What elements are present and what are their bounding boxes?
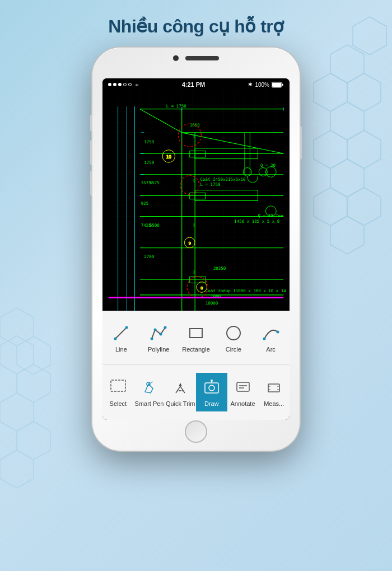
- signal-dots: [108, 83, 132, 86]
- annotate-label: Annotate: [231, 400, 255, 407]
- svg-text:10000: 10000: [206, 301, 218, 306]
- arc-tool[interactable]: Arc: [252, 323, 290, 353]
- status-left: ≈: [108, 82, 139, 88]
- smart-pen-label: Smart Pen: [135, 400, 164, 407]
- svg-marker-5: [314, 130, 347, 169]
- status-right: ✱ 100%: [248, 82, 284, 88]
- mute-button: [90, 115, 92, 132]
- circle-tool[interactable]: Circle: [214, 323, 252, 353]
- svg-marker-2: [314, 73, 347, 111]
- rectangle-icon: [186, 323, 206, 343]
- quick-trim-label: Quick Trim: [166, 400, 195, 407]
- svg-text:3575: 3575: [150, 180, 160, 185]
- select-icon: [108, 377, 128, 397]
- svg-marker-8: [314, 188, 347, 226]
- home-button[interactable]: [185, 420, 207, 443]
- svg-text:2700: 2700: [144, 254, 154, 259]
- svg-point-132: [164, 326, 167, 329]
- svg-marker-3: [330, 102, 364, 140]
- phone-mockup: ≈ 4:21 PM ✱ 100%: [92, 48, 300, 451]
- svg-marker-13: [0, 364, 17, 402]
- wifi-icon: ≈: [136, 82, 139, 88]
- svg-marker-12: [17, 364, 50, 402]
- signal-dot-3: [118, 83, 122, 86]
- svg-marker-7: [347, 188, 381, 226]
- select-tool[interactable]: Select: [102, 373, 134, 411]
- phone-shell: ≈ 4:21 PM ✱ 100%: [92, 48, 300, 451]
- svg-rect-145: [237, 382, 249, 391]
- svg-text:I: I: [193, 133, 194, 139]
- svg-line-126: [115, 327, 127, 339]
- circle-label: Circle: [226, 346, 241, 353]
- smart-pen-tool[interactable]: Smart Pen: [134, 373, 165, 411]
- select-label: Select: [110, 400, 127, 407]
- signal-dot-5: [128, 83, 132, 86]
- svg-marker-17: [0, 450, 34, 488]
- main-toolbar: Select Smart Pen: [102, 364, 290, 420]
- measure-tool[interactable]: Meas...: [258, 373, 290, 411]
- quick-trim-icon: [170, 377, 190, 397]
- draw-toolbar: Line Polyline: [102, 311, 290, 364]
- svg-marker-1: [347, 73, 381, 111]
- svg-text:Coắt thếup I1000 x 300 x 10 x : Coắt thếup I1000 x 300 x 10 x 14: [206, 288, 286, 293]
- svg-text:I450 x 185 x 5 x 8: I450 x 185 x 5 x 8: [234, 219, 279, 224]
- battery-icon: [272, 82, 284, 88]
- arc-label: Arc: [266, 346, 276, 353]
- svg-rect-21: [282, 83, 283, 86]
- svg-point-136: [276, 330, 279, 333]
- svg-marker-14: [0, 393, 34, 431]
- svg-rect-22: [272, 83, 281, 87]
- svg-text:L = 1750: L = 1750: [166, 104, 186, 109]
- measure-icon: [264, 377, 284, 397]
- svg-text:Q = 30 Ton: Q = 30 Ton: [258, 213, 283, 218]
- svg-text:8: 8: [200, 286, 203, 291]
- svg-rect-133: [190, 329, 202, 338]
- quick-trim-tool[interactable]: Quick Trim: [165, 373, 196, 411]
- svg-text:Q = 30: Q = 30: [260, 163, 276, 168]
- signal-dot-1: [108, 83, 111, 86]
- svg-text:20350: 20350: [213, 266, 226, 271]
- polyline-tool[interactable]: Polyline: [140, 323, 178, 353]
- line-tool[interactable]: Line: [102, 323, 140, 353]
- svg-marker-15: [17, 422, 50, 460]
- annotate-tool[interactable]: Annotate: [227, 373, 259, 411]
- svg-marker-16: [0, 422, 17, 460]
- svg-point-130: [154, 328, 157, 331]
- svg-text:9: 9: [189, 241, 191, 246]
- svg-marker-140: [179, 383, 182, 386]
- smart-pen-icon: [139, 377, 160, 397]
- svg-point-144: [211, 380, 213, 382]
- svg-text:6500: 6500: [150, 223, 160, 228]
- svg-marker-11: [0, 336, 34, 374]
- svg-marker-4: [347, 130, 381, 169]
- svg-text:Coắt I450x215x6x10: Coắt I450x215x6x10: [200, 177, 245, 182]
- bluetooth-icon: ✱: [248, 82, 253, 87]
- svg-text:L = 1750: L = 1750: [200, 182, 220, 187]
- circle-icon: [223, 323, 244, 343]
- svg-point-142: [209, 385, 214, 391]
- svg-text:I: I: [193, 222, 194, 228]
- draw-label: Draw: [204, 400, 219, 407]
- measure-label: Meas...: [264, 400, 284, 407]
- battery-label: 100%: [255, 82, 269, 88]
- polyline-icon: [148, 323, 169, 343]
- volume-up-button: [90, 140, 92, 165]
- rectangle-tool[interactable]: Rectangle: [178, 323, 215, 353]
- svg-marker-19: [17, 336, 50, 375]
- volume-down-button: [90, 171, 92, 196]
- signal-dot-4: [123, 83, 127, 86]
- svg-text:925: 925: [141, 201, 149, 206]
- draw-tool[interactable]: Draw: [196, 373, 227, 411]
- svg-marker-6: [330, 159, 364, 197]
- polyline-label: Polyline: [148, 346, 170, 353]
- svg-point-134: [227, 326, 240, 340]
- status-bar: ≈ 4:21 PM ✱ 100%: [102, 78, 290, 91]
- svg-text:10: 10: [166, 154, 172, 160]
- annotate-icon: [233, 377, 253, 397]
- svg-rect-148: [268, 384, 279, 392]
- camera-area: [173, 55, 219, 61]
- svg-point-128: [125, 326, 128, 329]
- svg-marker-0: [330, 45, 364, 83]
- svg-rect-141: [205, 383, 218, 393]
- rectangle-label: Rectangle: [182, 346, 210, 353]
